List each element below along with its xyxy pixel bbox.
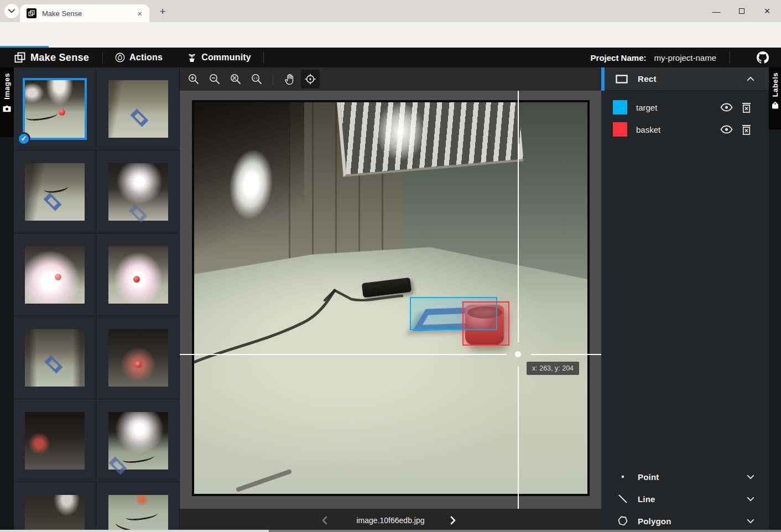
thumbnail-3[interactable] [25,163,85,221]
tag-icon [772,101,779,109]
label-row-target[interactable]: target [601,96,769,118]
thumbnail-cell [14,316,96,399]
label-name: target [636,103,711,112]
labels-side-strip: Labels [769,67,781,532]
editor-toolbar: 1:1 [180,67,601,91]
thumbnail-8[interactable] [108,329,168,387]
thumbnail-cell [14,482,96,532]
nav-community[interactable]: Community [175,53,263,62]
project-name-group: Project Name: my-project-name [591,53,716,62]
images-list[interactable]: ✓ [14,67,180,532]
rect-section-title: Rect [638,74,657,84]
label-row-basket[interactable]: basket [601,118,769,140]
delete-label-button[interactable] [742,124,751,135]
window-close-button[interactable]: × [754,0,780,22]
selected-check-badge: ✓ [17,132,30,145]
crosshair-cursor-dot [515,351,521,357]
blue-marker-decor [129,205,147,223]
new-tab-button[interactable]: + [156,5,169,18]
project-name-input[interactable]: my-project-name [654,53,716,62]
thumbnail-1-selected[interactable]: ✓ [25,80,85,138]
thumbnail-6[interactable] [108,246,168,304]
pan-hand-button[interactable] [280,70,299,88]
trash-icon [742,102,751,113]
thumbnail-10[interactable] [108,412,168,470]
nav-actions-label: Actions [129,53,163,62]
next-image-button[interactable] [450,516,456,525]
thumbnail-7[interactable] [25,329,85,387]
project-name-label: Project Name: [591,53,647,62]
double-square-logo-icon [14,52,25,63]
svg-text:1:1: 1:1 [253,76,258,80]
actual-size-icon: 1:1 [251,73,263,85]
actual-size-button[interactable]: 1:1 [247,70,266,88]
crosshair-icon [304,72,317,86]
nav-actions[interactable]: Actions [103,53,175,62]
red-ball-decor [55,274,61,280]
images-side-strip: Images [0,67,14,532]
chevron-down-icon[interactable] [747,497,754,502]
plant-icon [187,53,197,62]
window-minimize-button[interactable]: — [704,0,729,22]
horizontal-scrollbar[interactable] [0,530,781,532]
github-link[interactable] [744,51,781,64]
nav-community-label: Community [201,53,251,62]
scrollbar-thumb[interactable] [0,530,269,532]
toggle-visibility-button[interactable] [720,103,733,112]
makesense-logo[interactable]: Make Sense [0,52,102,64]
window-maximize-button[interactable] [729,0,754,22]
zoom-in-button[interactable] [184,70,203,88]
makesense-favicon [27,8,37,18]
tool-line[interactable]: Line [601,488,769,510]
delete-label-button[interactable] [742,102,751,113]
bbox-basket[interactable] [462,301,509,346]
images-panel-tab[interactable]: Images [0,67,14,137]
thumbnail-cell: ✓ [14,67,96,150]
loading-indicator [0,46,49,48]
thumbnail-12[interactable] [108,495,168,532]
chevron-up-icon[interactable] [747,76,754,81]
crosshair-horizontal-line [531,354,601,355]
thumbnail-2[interactable] [108,80,168,138]
annotation-canvas[interactable]: x: 263, y: 204 [180,91,601,509]
tool-label: Polygon [638,517,671,526]
thumbnail-cell [14,399,96,482]
current-image[interactable] [192,100,590,496]
zoom-out-button[interactable] [205,70,224,88]
hand-icon [284,73,295,85]
nav-divider [730,51,730,64]
eye-icon [720,125,733,134]
tab-close-button[interactable]: × [136,9,144,18]
thumbnail-4[interactable] [108,163,168,221]
thumbnail-11[interactable] [25,495,85,532]
chevron-down-icon[interactable] [747,474,754,479]
tool-point[interactable]: Point [601,466,769,488]
nav-divider [263,51,264,64]
crosshair-tool-button[interactable] [301,70,320,88]
previous-image-button[interactable] [321,516,328,525]
cable-decor [43,182,69,194]
fit-zoom-icon [230,73,242,85]
labels-tab-label: Labels [771,72,779,97]
images-tab-label: Images [3,73,11,100]
tool-label: Point [638,472,659,482]
toggle-visibility-button[interactable] [720,125,733,134]
red-ball-decor [135,361,142,368]
blue-marker-decor [130,109,148,127]
shape-tools-list: Point Line Polygon [601,466,769,532]
brand-name: Make Sense [30,52,89,64]
label-color-swatch [613,100,627,114]
thumbnail-5[interactable] [25,246,85,304]
fit-to-window-button[interactable] [226,70,245,88]
tool-polygon[interactable]: Polygon [601,510,769,532]
rect-section-header[interactable]: Rect [601,67,769,91]
chevron-down-icon[interactable] [747,519,754,524]
labels-panel-tab[interactable]: Labels [769,67,781,129]
tab-search-button[interactable] [4,4,19,18]
thumbnail-9[interactable] [25,412,85,470]
zoom-out-icon [209,73,221,85]
chevron-right-icon [450,516,456,525]
red-ball-decor [59,109,65,116]
browser-tab[interactable]: Make Sense × [20,4,149,22]
label-color-swatch [613,122,627,137]
